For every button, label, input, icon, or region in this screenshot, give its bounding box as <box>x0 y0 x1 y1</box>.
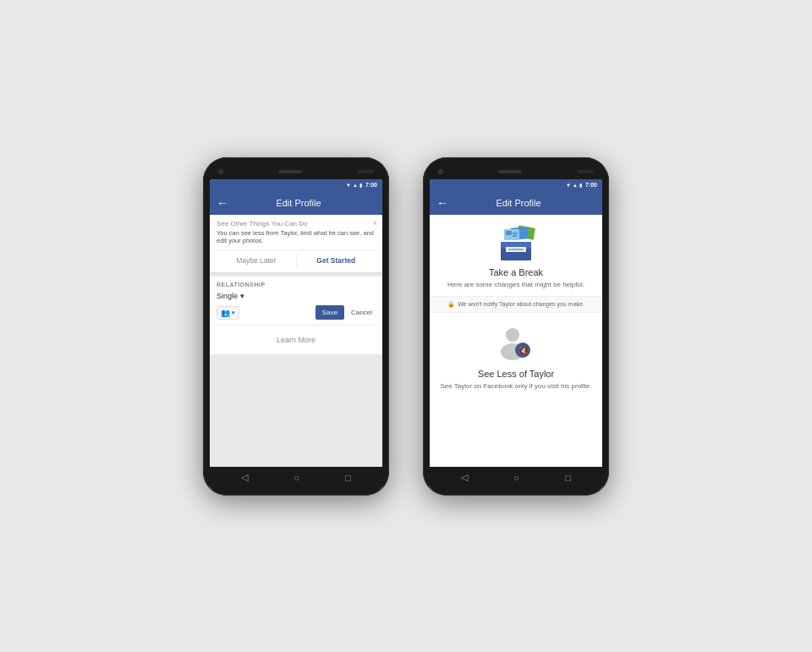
take-break-section: Take a Break Here are some changes that … <box>430 215 602 296</box>
battery-icon-1: ▮ <box>359 182 362 188</box>
battery-icon-2: ▮ <box>579 182 582 188</box>
maybe-later-button[interactable]: Maybe Later <box>217 254 297 267</box>
bottom-nav-2: ◁ ○ □ <box>430 467 602 489</box>
back-nav-icon-1[interactable]: ◁ <box>241 472 248 483</box>
see-less-section: 🔇 See Less of Taylor See Taylor on Faceb… <box>430 313 602 397</box>
wifi-icon-2: ▼ <box>566 183 571 188</box>
relationship-section: RELATIONSHIP Single ▾ 👥 ▾ Save Cancel <box>210 277 382 354</box>
box-illustration <box>494 225 538 262</box>
take-break-title: Take a Break <box>436 267 595 277</box>
phone-2: ▼ ▲ ▮ 7:00 ← Edit Profile <box>423 157 609 496</box>
phone-1-camera <box>218 169 223 174</box>
phone-1-sensor <box>357 170 374 173</box>
bottom-nav-1: ◁ ○ □ <box>210 467 382 489</box>
home-nav-icon-2[interactable]: ○ <box>513 473 519 483</box>
home-nav-icon-1[interactable]: ○ <box>294 473 299 483</box>
status-icons-1: ▼ ▲ ▮ 7:00 <box>346 182 377 188</box>
audience-selector[interactable]: 👥 ▾ <box>217 306 239 320</box>
lock-icon: 🔒 <box>447 301 455 308</box>
time-2: 7:00 <box>585 182 597 188</box>
privacy-text: We won't notify Taylor about changes you… <box>458 301 584 307</box>
back-arrow-2[interactable]: ← <box>436 196 448 210</box>
notification-actions: Maybe Later Get Started <box>217 249 376 267</box>
relationship-label: RELATIONSHIP <box>217 282 376 288</box>
learn-more-row: Learn More <box>217 325 376 349</box>
signal-icon-1: ▲ <box>353 183 358 188</box>
dropdown-arrow[interactable]: ▾ <box>240 292 244 300</box>
relationship-input-row: 👥 ▾ Save Cancel <box>217 305 376 320</box>
phone-1-screen: ▼ ▲ ▮ 7:00 ← Edit Profile See Other Thin… <box>210 179 382 489</box>
status-icons-2: ▼ ▲ ▮ 7:00 <box>566 182 597 188</box>
get-started-button[interactable]: Get Started <box>297 254 376 267</box>
cancel-button[interactable]: Cancel <box>348 305 376 320</box>
see-less-title: See Less of Taylor <box>436 369 595 379</box>
privacy-notice: 🔒 We won't notify Taylor about changes y… <box>430 296 602 313</box>
save-button[interactable]: Save <box>315 305 344 320</box>
recent-nav-icon-2[interactable]: □ <box>565 473 571 483</box>
status-bar-2: ▼ ▲ ▮ 7:00 <box>430 179 602 191</box>
phone-1: ▼ ▲ ▮ 7:00 ← Edit Profile See Other Thin… <box>203 157 389 496</box>
phone-2-top-bar <box>430 164 602 179</box>
phone-2-screen: ▼ ▲ ▮ 7:00 ← Edit Profile <box>430 179 602 489</box>
notification-title: See Other Things You Can Do <box>217 220 376 227</box>
learn-more-link[interactable]: Learn More <box>277 336 315 344</box>
back-nav-icon-2[interactable]: ◁ <box>461 472 468 483</box>
back-arrow-1[interactable]: ← <box>217 196 228 210</box>
audience-icon: 👥 <box>221 309 230 317</box>
app-bar-title-2: Edit Profile <box>455 198 582 208</box>
phone-2-speaker <box>498 170 522 173</box>
svg-rect-9 <box>508 249 524 250</box>
notification-text: You can see less from Taylor, limit what… <box>217 229 376 246</box>
app-bar-title-1: Edit Profile <box>235 198 362 208</box>
time-1: 7:00 <box>365 182 377 188</box>
audience-dropdown-arrow[interactable]: ▾ <box>232 310 235 316</box>
phones-container: ▼ ▲ ▮ 7:00 ← Edit Profile See Other Thin… <box>203 157 609 496</box>
phone-2-camera <box>438 169 443 174</box>
svg-point-10 <box>506 328 519 342</box>
take-break-subtitle: Here are some changes that might be help… <box>436 280 595 289</box>
svg-rect-5 <box>513 235 517 237</box>
phone-1-top-bar <box>210 164 382 179</box>
status-bar-1: ▼ ▲ ▮ 7:00 <box>210 179 382 191</box>
app-bar-2: ← Edit Profile <box>430 191 602 215</box>
see-less-subtitle: See Taylor on Facebook only if you visit… <box>436 381 595 391</box>
svg-text:🔇: 🔇 <box>518 345 529 356</box>
signal-icon-2: ▲ <box>573 183 578 188</box>
person-illustration: 🔇 <box>496 323 536 364</box>
phone-2-sensor <box>577 170 594 173</box>
take-break-content: Take a Break Here are some changes that … <box>430 215 602 467</box>
screen-content-1: See Other Things You Can Do You can see … <box>210 215 382 467</box>
relationship-value: Single ▾ <box>217 292 376 300</box>
wifi-icon-1: ▼ <box>346 183 351 188</box>
svg-rect-4 <box>513 233 518 234</box>
notification-banner: See Other Things You Can Do You can see … <box>210 215 382 274</box>
phone-1-speaker <box>278 170 302 173</box>
close-icon[interactable]: × <box>373 219 377 227</box>
svg-rect-3 <box>506 231 512 235</box>
relationship-status: Single <box>217 292 238 300</box>
app-bar-1: ← Edit Profile <box>210 191 382 215</box>
recent-nav-icon-1[interactable]: □ <box>345 473 351 483</box>
